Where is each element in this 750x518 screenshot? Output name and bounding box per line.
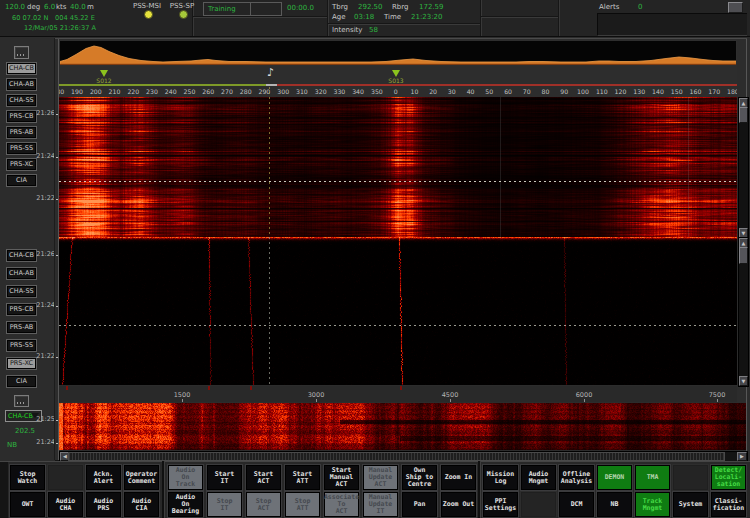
alerts-toggle-button[interactable] (728, 2, 743, 13)
time-value: 21:23:20 (411, 13, 442, 22)
waterfall1-scrollbar[interactable]: ▲ ▼ (738, 97, 749, 239)
button-zoom-out[interactable]: Zoom Out (441, 492, 476, 517)
waterfall2-channel-cha-ss[interactable]: CHA-SS (6, 285, 37, 298)
button-start-act[interactable]: Start ACT (246, 465, 281, 490)
button-system[interactable]: System (673, 492, 708, 517)
button-classi-fication[interactable]: Classi- fication (711, 492, 746, 517)
button-track-mngmt[interactable]: Track Mngmt (635, 492, 670, 517)
bearing-time-waterfall[interactable] (59, 97, 737, 237)
scroll-right-icon[interactable]: ▶ (737, 452, 747, 461)
waterfall2-channel-cha-ab[interactable]: CHA-AB (6, 267, 37, 280)
button-audio-cha[interactable]: Audio CHA (48, 492, 83, 517)
waterfall1-channel-cha-cb[interactable]: CHA-CB (6, 62, 37, 75)
topbar-separator (558, 0, 560, 36)
waterfall2-channel-prs-xc[interactable]: PRS-XC (6, 357, 37, 370)
waterfall1-channel-prs-ab[interactable]: PRS-AB (6, 126, 37, 139)
mode-box: Training (203, 2, 282, 16)
button-ackn-alert[interactable]: Ackn. Alert (86, 465, 121, 490)
bearing-ruler-label: 20 (429, 88, 437, 96)
bearing-ruler-label: 270 (221, 88, 233, 96)
waterfall2-scroll-thumb[interactable] (739, 247, 748, 264)
waterfall1-channel-prs-cb[interactable]: PRS-CB (6, 110, 37, 123)
bearing-ruler-label: 30 (448, 88, 456, 96)
waterfall1-channel-prs-ss[interactable]: PRS-SS (6, 142, 37, 155)
bearing-ruler: 1801902002102202302402502602702802903003… (59, 86, 737, 97)
button-audio-on-track[interactable]: Audio On Track (168, 465, 203, 490)
button-detect-locali-sation[interactable]: Detect/ Locali- sation (711, 465, 746, 490)
bearing-ruler-label: 0 (394, 88, 398, 96)
waterfall2-channel-prs-cb[interactable]: PRS-CB (6, 303, 37, 316)
ownship-heading-value: 120.0 (5, 3, 25, 12)
button-owt[interactable]: OWT (10, 492, 45, 517)
button-audio-on-bearing[interactable]: Audio On Bearing (168, 492, 203, 517)
alerts-list[interactable] (597, 13, 747, 36)
button-start-att[interactable]: Start ATT (285, 465, 320, 490)
narrowband-options-button[interactable] (14, 395, 29, 407)
frequency-time-waterfall[interactable] (59, 237, 737, 385)
waterfall2-channel-prs-ss[interactable]: PRS-SS (6, 339, 37, 352)
button-audio-prs[interactable]: Audio PRS (86, 492, 121, 517)
button-operator-comment[interactable]: Operator Comment (124, 465, 159, 490)
waterfall1-time-label: 21:22 (36, 195, 55, 202)
waterfall2-channel-cia[interactable]: CIA (6, 375, 37, 388)
waterfall1-scroll-thumb[interactable] (739, 107, 748, 123)
tracker-marker-label: S013 (388, 77, 403, 84)
button-dcm[interactable]: DCM (559, 492, 594, 517)
button-zoom-in[interactable]: Zoom In (441, 465, 476, 490)
button-nb[interactable]: NB (597, 492, 632, 517)
intensity-label: Intensity (332, 26, 362, 35)
panel-groove (54, 38, 55, 460)
waterfall2-channel-prs-ab[interactable]: PRS-AB (6, 321, 37, 334)
button-stop-it[interactable]: Stop IT (207, 492, 242, 517)
tracker-marker-icon[interactable] (100, 70, 108, 77)
button-manual-update-it[interactable]: Manual Update IT (363, 492, 398, 517)
ownship-longitude: 004 45.22 E (55, 14, 95, 22)
button-manual-update-act[interactable]: Manual Update ACT (363, 465, 398, 490)
status-indicator-led (179, 10, 188, 19)
bearing-ruler-label: 310 (296, 88, 308, 96)
frequency-scale-label: 6000 (576, 391, 593, 399)
waterfall1-channel-cia[interactable]: CIA (6, 174, 37, 187)
topbar-separator (480, 0, 482, 36)
narrowband-waterfall[interactable] (59, 403, 746, 450)
scroll-down-icon[interactable]: ▼ (739, 376, 748, 386)
button-audio-mngmt[interactable]: Audio Mngmt (521, 465, 556, 490)
bearing-ruler-label: 130 (633, 88, 645, 96)
music-note-icon[interactable]: ♪ (267, 67, 274, 78)
button-audio-cia[interactable]: Audio CIA (124, 492, 159, 517)
button-slot-empty (48, 465, 83, 490)
bearing-ruler-label: 60 (504, 88, 512, 96)
waterfall1-channel-cha-ab[interactable]: CHA-AB (6, 78, 37, 91)
waterfall2-time-label: 21:26 (36, 251, 55, 258)
waterfall1-options-button[interactable] (14, 46, 29, 59)
button-own-ship-to-centre[interactable]: Own Ship to Centre (402, 465, 437, 490)
button-demon[interactable]: DEMON (597, 465, 632, 490)
button-start-manual-act[interactable]: Start Manual ACT (324, 465, 359, 490)
button-start-it[interactable]: Start IT (207, 465, 242, 490)
waterfall2-scrollbar[interactable]: ▲ ▼ (738, 237, 749, 387)
button-stop-att[interactable]: Stop ATT (285, 492, 320, 517)
button-stop-watch[interactable]: Stop Watch (10, 465, 45, 490)
mode-label: Training (208, 5, 236, 14)
button-stop-act[interactable]: Stop ACT (246, 492, 281, 517)
button-pan[interactable]: Pan (402, 492, 437, 517)
narrowband-scroll-thumb[interactable] (68, 452, 725, 461)
button-tma[interactable]: TMA (635, 465, 670, 490)
waterfall1-channel-cha-ss[interactable]: CHA-SS (6, 94, 37, 107)
bearing-histogram (59, 40, 737, 66)
button-slot-empty (521, 492, 556, 517)
button-mission-log[interactable]: Mission Log (483, 465, 518, 490)
tracker-marker-icon[interactable] (392, 70, 400, 77)
waterfall2-channel-cha-cb[interactable]: CHA-CB (6, 249, 37, 262)
age-value: 03:18 (354, 13, 374, 22)
waterfall1-channel-prs-xc[interactable]: PRS-XC (6, 158, 37, 171)
button-offline-analysis[interactable]: Offline Analysis (559, 465, 594, 490)
button-associate-to-act[interactable]: Associate To ACT (324, 492, 359, 517)
bearing-cursor-line (269, 87, 270, 237)
bearing-ruler-label: 190 (71, 88, 83, 96)
bearing-ruler-label: 250 (184, 88, 196, 96)
tbrg-value: 292.50 (358, 3, 383, 12)
button-ppi-settings[interactable]: PPI Settings (483, 492, 518, 517)
bearing-histogram-curve (60, 41, 736, 65)
bearing-ruler-label: 100 (577, 88, 589, 96)
